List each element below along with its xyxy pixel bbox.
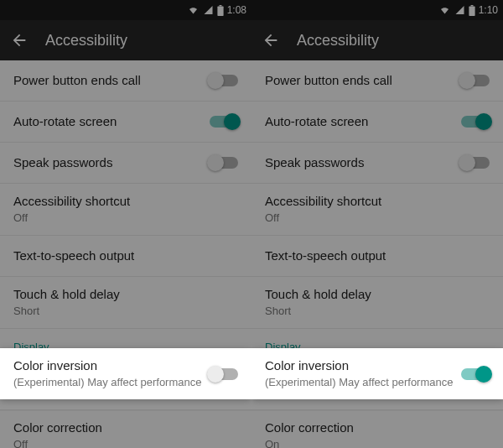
color-inversion-row[interactable]: Color inversion (Experimental) May affec… bbox=[0, 358, 252, 410]
toggle-switch[interactable] bbox=[210, 378, 238, 390]
row-subtitle: (Experimental) May affect performance bbox=[265, 386, 453, 399]
row-title: Color inversion bbox=[13, 368, 201, 384]
app-bar: Accessibility bbox=[252, 20, 503, 60]
svg-rect-3 bbox=[470, 5, 473, 6]
row-title: Color correction bbox=[13, 420, 102, 436]
settings-row[interactable]: Text-to-speech output bbox=[0, 236, 252, 277]
toggle-switch[interactable] bbox=[210, 157, 238, 169]
back-icon[interactable] bbox=[262, 31, 280, 49]
row-title: Speak passwords bbox=[265, 155, 364, 171]
svg-rect-0 bbox=[217, 6, 223, 16]
app-bar: Accessibility bbox=[0, 20, 252, 60]
row-title: Auto-rotate screen bbox=[13, 114, 117, 130]
wifi-icon bbox=[438, 5, 451, 15]
settings-row[interactable]: Auto-rotate screen bbox=[0, 102, 252, 143]
status-time: 1:08 bbox=[227, 4, 246, 16]
row-subtitle: Off bbox=[13, 211, 130, 225]
settings-row[interactable]: Accessibility shortcut Off bbox=[0, 184, 252, 236]
appbar-title: Accessibility bbox=[45, 32, 127, 49]
settings-row[interactable]: Power button ends call bbox=[0, 60, 252, 102]
toggle-switch[interactable] bbox=[461, 75, 490, 86]
settings-row[interactable]: Speak passwords bbox=[0, 143, 252, 184]
wifi-icon bbox=[187, 5, 200, 15]
toggle-switch[interactable] bbox=[461, 116, 490, 128]
toggle-switch[interactable] bbox=[461, 157, 490, 169]
settings-row[interactable]: Auto-rotate screen bbox=[252, 102, 503, 143]
color-correction-row[interactable]: Color correction Off bbox=[0, 410, 252, 448]
row-title: Auto-rotate screen bbox=[265, 114, 368, 130]
row-title: Touch & hold delay bbox=[265, 287, 371, 303]
settings-list: Power button ends call Auto-rotate scree… bbox=[252, 60, 503, 448]
svg-rect-2 bbox=[469, 6, 474, 16]
battery-icon bbox=[217, 5, 224, 16]
section-header-display: Display bbox=[252, 329, 503, 358]
signal-icon bbox=[454, 5, 465, 15]
row-title: Text-to-speech output bbox=[13, 248, 134, 264]
row-subtitle: Short bbox=[265, 305, 371, 318]
row-subtitle: Off bbox=[13, 438, 102, 448]
row-subtitle: Short bbox=[13, 305, 120, 318]
row-title: Accessibility shortcut bbox=[265, 194, 381, 210]
status-bar: 1:10 bbox=[252, 0, 503, 20]
row-title: Speak passwords bbox=[13, 155, 112, 171]
settings-row[interactable]: Touch & hold delay Short bbox=[252, 277, 503, 329]
settings-row[interactable]: Touch & hold delay Short bbox=[0, 277, 252, 329]
phone-panel: 1:10 Accessibility Power button ends cal… bbox=[252, 0, 503, 448]
toggle-switch[interactable] bbox=[461, 378, 490, 390]
svg-rect-1 bbox=[219, 5, 221, 6]
toggle-switch[interactable] bbox=[210, 75, 238, 86]
row-title: Color inversion bbox=[265, 368, 453, 384]
settings-row[interactable]: Accessibility shortcut Off bbox=[252, 184, 503, 236]
row-subtitle: Off bbox=[265, 211, 381, 225]
settings-row[interactable]: Text-to-speech output bbox=[252, 236, 503, 277]
settings-list: Power button ends call Auto-rotate scree… bbox=[0, 60, 252, 448]
phone-panel: 1:08 Accessibility Power button ends cal… bbox=[0, 0, 252, 448]
back-icon[interactable] bbox=[10, 31, 29, 49]
status-bar: 1:08 bbox=[0, 0, 252, 20]
toggle-switch[interactable] bbox=[210, 116, 238, 128]
row-title: Power button ends call bbox=[13, 73, 141, 89]
row-title: Touch & hold delay bbox=[13, 287, 120, 303]
battery-icon bbox=[469, 5, 475, 16]
status-time: 1:10 bbox=[479, 4, 498, 16]
row-title: Power button ends call bbox=[265, 73, 392, 89]
row-subtitle: (Experimental) May affect performance bbox=[13, 386, 201, 399]
signal-icon bbox=[203, 5, 214, 15]
row-title: Accessibility shortcut bbox=[13, 194, 130, 210]
row-subtitle: On bbox=[265, 438, 354, 448]
appbar-title: Accessibility bbox=[297, 32, 379, 49]
section-header-display: Display bbox=[0, 329, 252, 358]
settings-row[interactable]: Power button ends call bbox=[252, 60, 503, 102]
color-correction-row[interactable]: Color correction On bbox=[252, 410, 503, 448]
row-title: Text-to-speech output bbox=[265, 248, 386, 264]
color-inversion-row[interactable]: Color inversion (Experimental) May affec… bbox=[252, 358, 503, 410]
row-title: Color correction bbox=[265, 420, 354, 436]
settings-row[interactable]: Speak passwords bbox=[252, 143, 503, 184]
